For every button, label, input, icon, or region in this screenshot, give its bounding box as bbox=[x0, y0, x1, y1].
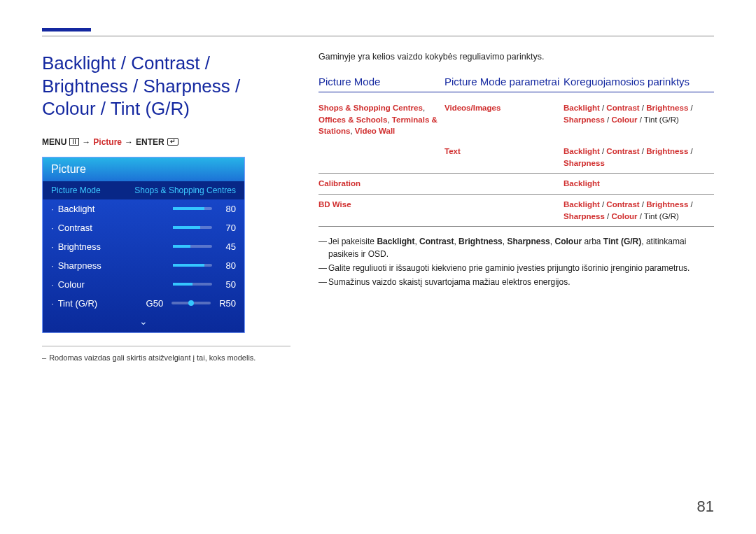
menu-icon bbox=[69, 138, 79, 146]
bullet-icon: · bbox=[51, 279, 54, 290]
page-number: 81 bbox=[697, 498, 714, 516]
left-footnote: –Rodomas vaizdas gali skirtis atsižvelgi… bbox=[42, 353, 290, 362]
slider-bar bbox=[173, 264, 212, 267]
table-row: CalibrationBacklight bbox=[318, 174, 714, 195]
osd-mode-row[interactable]: Picture Mode Shops & Shopping Centres bbox=[43, 181, 244, 199]
bullet-icon: · bbox=[51, 241, 54, 252]
header-divider bbox=[42, 36, 714, 36]
osd-item-value: 50 bbox=[216, 279, 236, 290]
bullet-icon: · bbox=[51, 204, 54, 214]
slider-bar bbox=[173, 283, 212, 286]
table-header: Picture Mode Picture Mode parametrai Kor… bbox=[318, 76, 714, 92]
enter-icon bbox=[167, 138, 178, 146]
osd-item-value: 80 bbox=[216, 260, 236, 271]
left-divider bbox=[42, 346, 290, 346]
cell-options: Backlight / Contrast / Brightness / Shar… bbox=[564, 102, 714, 137]
osd-row-tint[interactable]: · Tint (G/R) G50 R50 bbox=[43, 294, 244, 313]
slider-bar bbox=[173, 226, 212, 229]
th-parametrai: Picture Mode parametrai bbox=[444, 76, 564, 87]
slider-bar bbox=[173, 245, 212, 248]
osd-item-name: Backlight bbox=[58, 204, 169, 214]
cell-mode: Calibration bbox=[318, 178, 444, 190]
note-1: ― Jei pakeisite Backlight, Contrast, Bri… bbox=[318, 235, 714, 260]
chevron-down-icon[interactable]: ⌄ bbox=[43, 313, 244, 332]
page-title: Backlight / Contrast / Brightness / Shar… bbox=[42, 52, 290, 120]
breadcrumb-enter: ENTER bbox=[136, 137, 164, 147]
osd-item-value: 80 bbox=[216, 204, 236, 214]
cell-param: Videos/Images bbox=[444, 102, 564, 137]
tint-bar bbox=[172, 302, 211, 304]
osd-item-name: Contrast bbox=[58, 223, 169, 233]
intro-text: Gaminyje yra kelios vaizdo kokybės regul… bbox=[318, 52, 714, 62]
note-2: ― Galite reguliuoti ir išsaugoti kiekvie… bbox=[318, 262, 714, 274]
table-body: Shops & Shopping Centres, Offices & Scho… bbox=[318, 98, 714, 227]
cell-mode: BD Wise bbox=[318, 199, 444, 222]
osd-row[interactable]: ·Sharpness80 bbox=[43, 256, 244, 275]
breadcrumb: MENU → Picture → ENTER bbox=[42, 137, 290, 147]
osd-panel: Picture Picture Mode Shops & Shopping Ce… bbox=[42, 157, 245, 333]
left-column: Backlight / Contrast / Brightness / Shar… bbox=[42, 52, 290, 362]
osd-mode-value: Shops & Shopping Centres bbox=[134, 185, 236, 195]
osd-row[interactable]: ·Contrast70 bbox=[43, 218, 244, 237]
bullet-icon: · bbox=[51, 223, 54, 233]
table-row: TextBacklight / Contrast / Brightness / … bbox=[318, 141, 714, 174]
bullet-icon: · bbox=[51, 298, 54, 309]
osd-item-name: Colour bbox=[58, 279, 169, 290]
table-row: Shops & Shopping Centres, Offices & Scho… bbox=[318, 98, 714, 141]
note-3: ― Sumažinus vaizdo skaistį suvartojama m… bbox=[318, 276, 714, 288]
th-parinktys: Koreguojamosios parinktys bbox=[564, 76, 714, 87]
header-accent bbox=[42, 28, 91, 31]
osd-row[interactable]: ·Backlight80 bbox=[43, 199, 244, 218]
th-picture-mode: Picture Mode bbox=[318, 76, 444, 87]
table-row: BD WiseBacklight / Contrast / Brightness… bbox=[318, 195, 714, 227]
cell-options: Backlight / Contrast / Brightness / Shar… bbox=[564, 199, 714, 222]
cell-param bbox=[444, 199, 564, 222]
tint-r: R50 bbox=[219, 298, 236, 309]
cell-options: Backlight bbox=[564, 178, 714, 190]
tint-name: Tint (G/R) bbox=[58, 298, 142, 309]
osd-header: Picture bbox=[43, 157, 244, 181]
osd-item-value: 45 bbox=[216, 241, 236, 252]
cell-options: Backlight / Contrast / Brightness / Shar… bbox=[564, 146, 714, 169]
osd-row[interactable]: ·Colour50 bbox=[43, 275, 244, 294]
osd-row[interactable]: ·Brightness45 bbox=[43, 237, 244, 256]
osd-item-value: 70 bbox=[216, 223, 236, 233]
bullet-icon: · bbox=[51, 260, 54, 271]
tint-g: G50 bbox=[146, 298, 164, 309]
right-column: Gaminyje yra kelios vaizdo kokybės regul… bbox=[318, 52, 714, 362]
cell-param: Text bbox=[444, 146, 564, 169]
breadcrumb-arrow: → bbox=[125, 137, 133, 147]
cell-mode: Shops & Shopping Centres, Offices & Scho… bbox=[318, 102, 444, 137]
cell-param bbox=[444, 178, 564, 190]
cell-mode bbox=[318, 146, 444, 169]
slider-bar bbox=[173, 207, 212, 210]
breadcrumb-menu: MENU bbox=[42, 137, 66, 147]
osd-item-name: Brightness bbox=[58, 241, 169, 252]
osd-item-name: Sharpness bbox=[58, 260, 169, 271]
osd-mode-label: Picture Mode bbox=[51, 185, 134, 195]
notes: ― Jei pakeisite Backlight, Contrast, Bri… bbox=[318, 235, 714, 288]
breadcrumb-picture: Picture bbox=[93, 137, 122, 147]
breadcrumb-arrow: → bbox=[82, 137, 90, 147]
